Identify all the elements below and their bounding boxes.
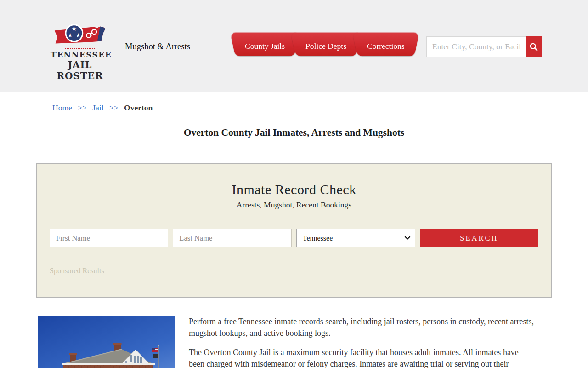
tennessee-state-icon: ★ ★ ★ xyxy=(51,23,109,47)
nav-tab-label: Corrections xyxy=(367,41,405,51)
header-search-button[interactable] xyxy=(526,36,542,57)
star-icon: ★ xyxy=(75,32,80,39)
us-flag-icon xyxy=(152,348,158,352)
description-paragraph-1: Perform a free Tennessee inmate records … xyxy=(189,316,536,339)
star-icon: ★ xyxy=(68,32,73,39)
description-paragraph-2: The Overton County Jail is a maximum sec… xyxy=(189,347,536,368)
logo-text-line2: JAIL ROSTER xyxy=(51,59,109,81)
state-select[interactable]: Tennessee xyxy=(296,229,415,247)
logo-divider xyxy=(65,48,95,49)
pow-flag-icon xyxy=(153,354,158,358)
jail-building-photo xyxy=(38,316,175,368)
state-select-wrap: Tennessee xyxy=(296,229,415,247)
site-header: ★ ★ ★ TENNESSEE JAIL ROSTER Mugshot & Ar… xyxy=(0,0,588,92)
nav-tab-corrections[interactable]: Corrections xyxy=(357,36,414,56)
breadcrumb-separator: >> xyxy=(78,103,87,112)
breadcrumb-home-link[interactable]: Home xyxy=(52,103,72,112)
site-logo[interactable]: ★ ★ ★ TENNESSEE JAIL ROSTER xyxy=(51,23,109,81)
record-check-title: Inmate Record Check xyxy=(37,182,551,197)
header-search-input[interactable] xyxy=(426,36,526,57)
first-name-input[interactable] xyxy=(50,229,168,247)
record-check-form: Tennessee SEARCH xyxy=(50,229,538,247)
logo-text-line1: TENNESSEE xyxy=(51,50,109,59)
header-search xyxy=(426,36,542,57)
inmate-record-check-panel: Inmate Record Check Arrests, Mugshot, Re… xyxy=(36,163,552,298)
jail-building-illustration xyxy=(38,316,175,368)
nav-tab-police-depts[interactable]: Police Depts xyxy=(296,36,356,56)
record-check-subtitle: Arrests, Mugshot, Recent Bookings xyxy=(37,200,551,210)
description-text: Perform a free Tennessee inmate records … xyxy=(189,316,536,368)
star-icon: ★ xyxy=(72,26,77,32)
last-name-input[interactable] xyxy=(173,229,291,247)
nav-tab-county-jails[interactable]: County Jails xyxy=(235,36,294,56)
breadcrumb-current: Overton xyxy=(124,103,153,112)
breadcrumb-jail-link[interactable]: Jail xyxy=(92,103,103,112)
main-content: Perform a free Tennessee inmate records … xyxy=(38,316,588,368)
main-nav: County Jails Police Depts Corrections xyxy=(235,36,416,56)
site-tagline: Mugshot & Arrests xyxy=(125,42,190,52)
search-button[interactable]: SEARCH xyxy=(420,229,538,247)
breadcrumb-separator: >> xyxy=(109,103,119,112)
sponsored-results-label: Sponsored Results xyxy=(50,267,551,275)
nav-tab-label: Police Depts xyxy=(305,41,346,51)
search-icon xyxy=(529,42,538,52)
breadcrumb: Home >> Jail >> Overton xyxy=(52,103,588,113)
nav-tab-label: County Jails xyxy=(245,41,285,51)
page-title: Overton County Jail Inmates, Arrests and… xyxy=(0,127,588,138)
